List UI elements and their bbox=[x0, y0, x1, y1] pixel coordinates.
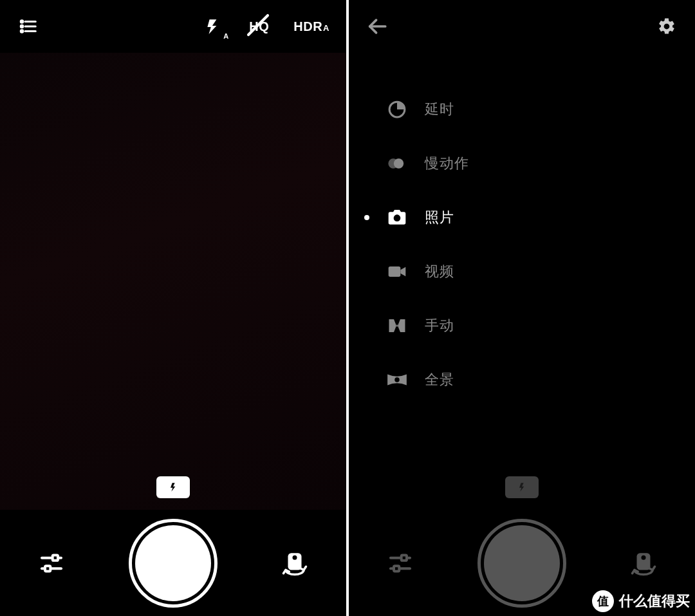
hq-off-button[interactable]: HQ bbox=[249, 15, 269, 38]
flash-charging-chip bbox=[156, 476, 190, 498]
panorama-icon bbox=[386, 369, 408, 391]
mode-label: 延时 bbox=[425, 100, 454, 119]
switch-camera-button bbox=[624, 544, 663, 583]
video-icon bbox=[386, 261, 408, 283]
manual-icon bbox=[386, 315, 408, 337]
arrow-left-icon bbox=[366, 15, 388, 37]
svg-line-6 bbox=[248, 15, 268, 35]
mode-label: 手动 bbox=[425, 316, 454, 335]
mode-item-timelapse[interactable]: 延时 bbox=[386, 97, 469, 122]
switch-camera-button[interactable] bbox=[275, 544, 314, 583]
camera-viewfinder-screen: A HQ HDR A bbox=[0, 0, 346, 616]
slowmo-icon bbox=[386, 153, 408, 174]
flash-auto-button[interactable]: A bbox=[201, 15, 225, 38]
camera-mode-menu-screen: 延时 慢动作 bbox=[349, 0, 695, 616]
filters-button bbox=[381, 544, 420, 583]
switch-camera-icon bbox=[630, 550, 657, 577]
mode-item-photo[interactable]: 照片 bbox=[386, 205, 469, 230]
mode-item-panorama[interactable]: 全景 bbox=[386, 367, 469, 393]
shutter-button bbox=[484, 525, 560, 601]
svg-point-22 bbox=[394, 158, 403, 168]
svg-point-2 bbox=[21, 25, 23, 28]
back-button[interactable] bbox=[366, 15, 389, 38]
top-bar: A HQ HDR A bbox=[0, 0, 346, 53]
filters-button[interactable] bbox=[32, 544, 71, 583]
mode-label: 视频 bbox=[425, 262, 454, 281]
mode-item-manual[interactable]: 手动 bbox=[386, 313, 469, 339]
svg-rect-10 bbox=[45, 566, 50, 571]
svg-rect-17 bbox=[394, 566, 399, 571]
watermark-text: 什么值得买 bbox=[619, 592, 690, 611]
flash-charging-chip bbox=[505, 476, 539, 498]
svg-point-23 bbox=[394, 214, 401, 221]
gear-icon bbox=[657, 17, 676, 36]
flash-bolt-icon bbox=[517, 480, 527, 494]
strike-icon bbox=[245, 12, 271, 38]
flash-icon bbox=[205, 17, 221, 36]
shutter-button[interactable] bbox=[135, 525, 211, 601]
mode-item-slowmo[interactable]: 慢动作 bbox=[386, 151, 469, 176]
viewfinder[interactable] bbox=[0, 53, 346, 510]
top-bar bbox=[349, 0, 695, 53]
hdr-label: HDR bbox=[293, 19, 322, 34]
mode-item-video[interactable]: 视频 bbox=[386, 259, 469, 285]
flash-mode-sub: A bbox=[223, 32, 228, 40]
svg-point-19 bbox=[642, 555, 646, 559]
svg-point-25 bbox=[394, 377, 399, 382]
watermark: 值 什么值得买 bbox=[592, 590, 690, 612]
mode-label: 照片 bbox=[425, 208, 454, 227]
timelapse-icon bbox=[386, 98, 408, 120]
svg-rect-8 bbox=[53, 555, 58, 560]
hdr-auto-button[interactable]: HDR A bbox=[293, 19, 329, 34]
bottom-bar bbox=[0, 510, 346, 616]
mode-label: 慢动作 bbox=[425, 154, 469, 173]
svg-point-4 bbox=[21, 30, 23, 33]
mode-list: 延时 慢动作 bbox=[386, 97, 469, 393]
settings-button[interactable] bbox=[655, 15, 678, 38]
svg-point-12 bbox=[293, 555, 297, 559]
flash-bolt-icon bbox=[168, 480, 178, 494]
svg-point-0 bbox=[21, 21, 23, 23]
svg-rect-24 bbox=[389, 266, 401, 277]
svg-rect-15 bbox=[402, 555, 407, 560]
menu-button[interactable] bbox=[17, 15, 40, 38]
watermark-badge: 值 bbox=[592, 590, 614, 612]
sliders-icon bbox=[387, 550, 413, 576]
mode-label: 全景 bbox=[425, 370, 454, 389]
hdr-mode-sub: A bbox=[323, 23, 329, 33]
switch-camera-icon bbox=[281, 550, 308, 577]
camera-icon bbox=[386, 207, 408, 229]
sliders-icon bbox=[39, 550, 64, 576]
menu-list-icon bbox=[19, 17, 38, 36]
